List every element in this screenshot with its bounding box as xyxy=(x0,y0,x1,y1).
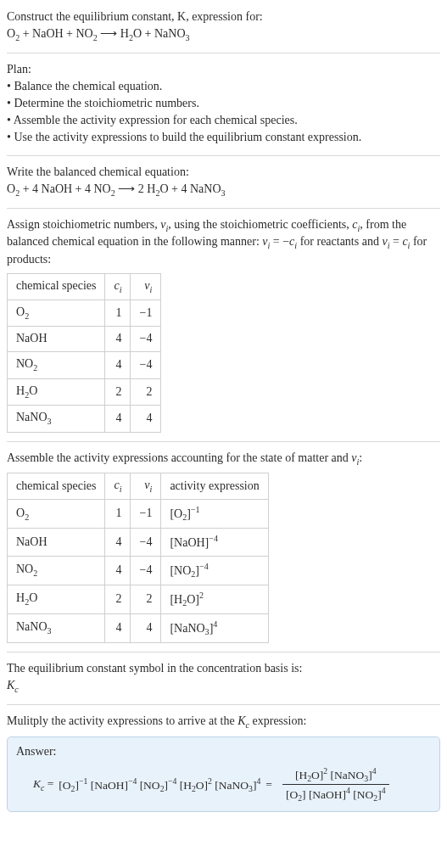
balanced-eq-section: Write the balanced chemical equation: O2… xyxy=(7,165,440,209)
activity-cell: [NaOH]−4 xyxy=(161,529,268,557)
table-row: NaOH 4 −4 [NaOH]−4 xyxy=(8,529,269,557)
k-symbol: K xyxy=(33,777,41,790)
superscript: 2 xyxy=(199,591,204,600)
superscript: −1 xyxy=(191,505,200,514)
text: [H xyxy=(170,593,182,606)
text: [O xyxy=(286,788,298,801)
c-cell: 1 xyxy=(105,300,131,327)
eq-frag: O xyxy=(7,182,15,195)
subscript: i xyxy=(150,484,153,494)
intro-equation: O2 + NaOH + NO2 ⟶ H2O + NaNO3 xyxy=(7,26,440,43)
table-row: NaNO3 4 4 xyxy=(8,406,161,432)
text: NO xyxy=(16,563,33,575)
answer-equation: Kc = [O2]−1 [NaOH]−4 [NO2]−4 [H2O]2 [NaN… xyxy=(16,765,431,805)
nu-cell: −4 xyxy=(131,556,161,585)
text: Mulitply the activity expressions to arr… xyxy=(7,714,237,727)
superscript: 2 xyxy=(208,776,212,786)
plan-bullet: • Balance the chemical equation. xyxy=(7,79,440,95)
superscript: −4 xyxy=(209,534,218,543)
text: NaOH xyxy=(16,535,47,548)
plan-section: Plan: • Balance the chemical equation. •… xyxy=(7,62,440,155)
product-terms: [O2]−1 [NaOH]−4 [NO2]−4 [H2O]2 [NaNO3]4 xyxy=(59,776,260,794)
text: H xyxy=(16,384,25,397)
text: NaOH xyxy=(16,332,47,344)
nu-cell: −1 xyxy=(131,500,161,529)
subscript: i xyxy=(120,484,122,494)
subscript: 3 xyxy=(47,626,52,636)
species-cell: H2O xyxy=(8,378,105,405)
activity-cell: [NaNO3]4 xyxy=(161,614,268,643)
page: Construct the equilibrium constant, K, e… xyxy=(0,0,447,829)
species-cell: O2 xyxy=(8,500,105,529)
text: expression: xyxy=(249,714,306,727)
text: [NaNO xyxy=(327,768,364,781)
nu-cell: 2 xyxy=(131,378,161,405)
col-c: ci xyxy=(105,473,131,499)
c-cell: 2 xyxy=(105,378,131,405)
superscript: −4 xyxy=(128,776,137,786)
activity-cell: [NO2]−4 xyxy=(161,556,268,585)
text: NaNO xyxy=(16,411,47,423)
plan-bullet: • Assemble the activity expression for e… xyxy=(7,113,440,129)
balanced-eq-heading: Write the balanced chemical equation: xyxy=(7,165,440,181)
kc-symbol: Kc xyxy=(7,678,440,695)
text: O xyxy=(29,384,37,397)
c-cell: 1 xyxy=(105,500,131,529)
kc-lhs: Kc = xyxy=(33,776,53,793)
table-row: H2O 2 2 [H2O]2 xyxy=(8,585,269,613)
nu-cell: 4 xyxy=(131,614,161,643)
species-cell: NaNO3 xyxy=(8,614,105,643)
arrow: ⟶ H xyxy=(98,27,129,40)
eq-frag: O + NaNO xyxy=(133,27,186,40)
c-cell: 4 xyxy=(105,529,131,557)
superscript: −4 xyxy=(199,562,209,571)
final-intro: Mulitply the activity expressions to arr… xyxy=(7,714,440,731)
stoich-paragraph: Assign stoichiometric numbers, νi, using… xyxy=(7,217,440,268)
text: = − xyxy=(270,235,289,248)
species-cell: NO2 xyxy=(8,352,105,378)
superscript: −1 xyxy=(79,776,87,786)
eq-frag: O xyxy=(7,27,15,40)
intro-text-1: Construct the equilibrium constant, K, e… xyxy=(7,10,263,23)
text: O xyxy=(16,507,25,519)
superscript: 4 xyxy=(213,619,217,629)
equals: = xyxy=(44,777,53,790)
col-species: chemical species xyxy=(8,473,105,499)
col-activity: activity expression xyxy=(161,473,268,499)
text: [NaNO xyxy=(170,622,204,635)
text: O] xyxy=(196,778,208,791)
eq-frag: O + 4 NaNO xyxy=(159,182,221,195)
activity-paragraph: Assemble the activity expressions accoun… xyxy=(7,451,440,468)
col-c: ci xyxy=(105,273,131,300)
table-row: NaNO3 4 4 [NaNO3]4 xyxy=(8,614,269,643)
subscript: 2 xyxy=(33,568,37,578)
text: NO xyxy=(16,357,33,370)
subscript: 2 xyxy=(25,311,29,321)
plan-bullet: • Determine the stoichiometric numbers. xyxy=(7,96,440,112)
subscript: c xyxy=(14,685,18,694)
col-species: chemical species xyxy=(8,273,105,300)
text: Assemble the activity expressions accoun… xyxy=(7,451,351,464)
text: NaNO xyxy=(16,620,47,633)
nu-cell: −4 xyxy=(131,529,161,557)
activity-table: chemical species ci νi activity expressi… xyxy=(7,473,269,643)
answer-label: Answer: xyxy=(16,744,431,760)
text: Assign stoichiometric numbers, xyxy=(7,218,160,231)
subscript: 3 xyxy=(221,188,226,197)
subscript: 2 xyxy=(25,512,29,521)
fraction-denominator: [O2] [NaOH]4 [NO2]4 xyxy=(282,785,389,804)
text: [O xyxy=(170,507,182,520)
c-cell: 4 xyxy=(105,614,131,643)
text: [H xyxy=(295,768,307,781)
plan-bullet: • Use the activity expressions to build … xyxy=(7,130,440,146)
col-nu: νi xyxy=(131,473,161,499)
equals: = xyxy=(265,777,272,792)
text: [NO xyxy=(140,778,160,791)
plan-heading: Plan: xyxy=(7,62,440,78)
text: : xyxy=(359,451,362,464)
table-row: NaOH 4 −4 xyxy=(8,327,161,352)
text: O xyxy=(16,305,25,318)
text: [NO xyxy=(350,788,373,801)
text: [NaOH] xyxy=(170,536,209,549)
species-cell: NaNO3 xyxy=(8,406,105,432)
